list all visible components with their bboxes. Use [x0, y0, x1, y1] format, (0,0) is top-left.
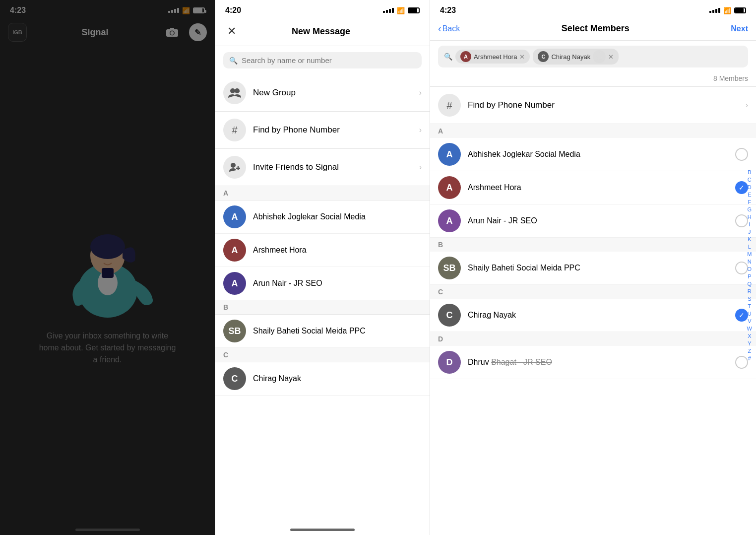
p3-section-c: C — [430, 285, 756, 299]
p3-signal-icon — [709, 8, 720, 13]
tag-remove-chirag[interactable]: ✕ — [608, 53, 614, 61]
p2-find-phone-chevron-icon: › — [419, 126, 422, 134]
p3-section-d: D — [430, 332, 756, 346]
p3-back-label: Back — [442, 24, 460, 33]
back-chevron-icon: ‹ — [438, 23, 441, 34]
p1-dark-overlay — [0, 0, 215, 535]
contact-name: Chirag Nayak — [253, 374, 301, 383]
contact-name: Shaily Baheti Social Meida PPC — [253, 327, 366, 335]
p3-status-bar: 4:23 📶 — [430, 0, 756, 19]
p3-back-button[interactable]: ‹ Back — [438, 23, 460, 34]
new-group-label: New Group — [253, 88, 419, 98]
new-group-icon — [223, 81, 246, 104]
avatar: A — [223, 239, 246, 262]
tag-name-chirag: Chirag Nayak — [551, 53, 590, 61]
contact-name: Arun Nair - JR SEO — [468, 216, 735, 225]
p3-members-count: 8 Members — [430, 72, 756, 86]
p2-home-indicator — [290, 529, 355, 531]
tag-avatar-arshmeet: A — [460, 51, 471, 62]
contact-name: Arshmeet Hora — [468, 183, 735, 192]
p2-section-a: A — [215, 186, 430, 201]
tag-remove-arshmeet[interactable]: ✕ — [519, 53, 525, 61]
p2-find-phone-row[interactable]: # Find by Phone Number › — [215, 112, 430, 149]
p3-tag-chirag[interactable]: C Chirag Nayak ✕ — [533, 49, 619, 65]
p3-tag-arshmeet[interactable]: A Arshmeet Hora ✕ — [455, 50, 530, 64]
panel3-select-members: 4:23 📶 ‹ Back Select Members Next 🔍 — [430, 0, 756, 535]
p2-find-phone-label: Find by Phone Number — [253, 125, 419, 135]
svg-point-11 — [230, 88, 235, 93]
p2-wifi-icon: 📶 — [397, 7, 405, 14]
p3-search-area[interactable]: 🔍 A Arshmeet Hora ✕ C Chirag Nayak ✕ — [438, 46, 748, 67]
svg-point-18 — [596, 52, 602, 58]
p2-invite-row[interactable]: Invite Friends to Signal › — [215, 149, 430, 186]
p2-sheet-title: New Message — [292, 26, 350, 37]
p2-hash-icon: # — [223, 119, 246, 141]
p2-search-bar[interactable]: 🔍 — [223, 52, 422, 68]
p2-status-icons: 📶 — [383, 7, 420, 14]
p3-section-b: B — [430, 238, 756, 252]
p2-signal-icon — [383, 8, 394, 13]
p2-invite-icon — [223, 156, 246, 179]
avatar: SB — [438, 257, 461, 279]
p2-invite-chevron-icon: › — [419, 163, 422, 172]
p2-new-group-row[interactable]: New Group › — [215, 74, 430, 112]
contact-name: Arshmeet Hora — [253, 246, 307, 255]
contact-name: Chirag Nayak — [468, 311, 735, 320]
selection-checkbox[interactable] — [735, 148, 748, 161]
p2-search-icon: 🔍 — [229, 57, 238, 65]
p3-next-button[interactable]: Next — [731, 24, 748, 33]
p3-header: ‹ Back Select Members Next — [430, 19, 756, 41]
avatar: A — [438, 143, 461, 166]
avatar: A — [438, 209, 461, 232]
list-item[interactable]: A Abhishek Joglekar Social Media — [430, 138, 756, 171]
list-item[interactable]: A Arun Nair - JR SEO — [215, 267, 430, 300]
avatar: D — [438, 351, 461, 374]
p3-find-phone-label: Find by Phone Number — [468, 100, 746, 110]
avatar: SB — [223, 320, 246, 342]
p3-hash-icon: # — [438, 94, 461, 117]
p2-section-c: C — [215, 348, 430, 362]
p3-search-icon: 🔍 — [444, 53, 452, 61]
p2-close-button[interactable]: ✕ — [223, 23, 240, 40]
p2-search-input[interactable] — [242, 56, 416, 65]
contact-name: Abhishek Joglekar Social Media — [253, 212, 366, 221]
svg-point-15 — [231, 163, 236, 168]
p3-find-phone-chevron-icon: › — [746, 101, 748, 110]
panel1-signal-main: 4:23 📶 iGB Signal — [0, 0, 215, 535]
p3-alphabet-bar: B C D E F G H I J K L M N O P Q R S T U … — [745, 169, 754, 362]
p2-invite-label: Invite Friends to Signal — [253, 162, 419, 172]
list-item[interactable]: A Arshmeet Hora ✓ — [430, 171, 756, 204]
tag-photo-chirag — [593, 50, 606, 63]
list-item[interactable]: SB Shaily Baheti Social Meida PPC — [215, 315, 430, 348]
p2-header: ✕ New Message — [215, 19, 430, 46]
contact-name: Shaily Baheti Social Meida PPC — [468, 264, 735, 272]
list-item[interactable]: A Arshmeet Hora — [215, 234, 430, 267]
avatar: A — [223, 205, 246, 228]
p2-section-b: B — [215, 300, 430, 315]
list-item[interactable]: A Arun Nair - JR SEO — [430, 204, 756, 238]
p3-status-icons: 📶 — [709, 7, 746, 14]
contact-name: Dhruv Bhagat - JR SEO — [468, 358, 735, 367]
p2-battery-icon — [408, 7, 420, 13]
contact-name: Abhishek Joglekar Social Media — [468, 150, 735, 159]
list-item[interactable]: C Chirag Nayak — [215, 362, 430, 396]
tag-name-arshmeet: Arshmeet Hora — [474, 53, 517, 61]
p2-status-bar: 4:20 📶 — [215, 0, 430, 19]
p3-section-a: A — [430, 124, 756, 138]
avatar: A — [223, 272, 246, 295]
p3-time: 4:23 — [440, 6, 456, 15]
new-group-chevron-icon: › — [419, 88, 422, 97]
tag-avatar-chirag: C — [538, 51, 549, 62]
list-item[interactable]: SB Shaily Baheti Social Meida PPC — [430, 252, 756, 285]
p3-find-phone-row[interactable]: # Find by Phone Number › — [430, 86, 756, 124]
avatar: C — [223, 367, 246, 390]
p2-time: 4:20 — [225, 6, 241, 15]
list-item[interactable]: A Abhishek Joglekar Social Media — [215, 201, 430, 234]
list-item[interactable]: C Chirag Nayak ✓ — [430, 299, 756, 332]
p3-wifi-icon: 📶 — [723, 7, 731, 14]
list-item[interactable]: D Dhruv Bhagat - JR SEO — [430, 346, 756, 379]
contact-name: Arun Nair - JR SEO — [253, 279, 322, 288]
avatar: A — [438, 176, 461, 199]
avatar: C — [438, 304, 461, 327]
p3-battery-icon — [734, 7, 746, 13]
